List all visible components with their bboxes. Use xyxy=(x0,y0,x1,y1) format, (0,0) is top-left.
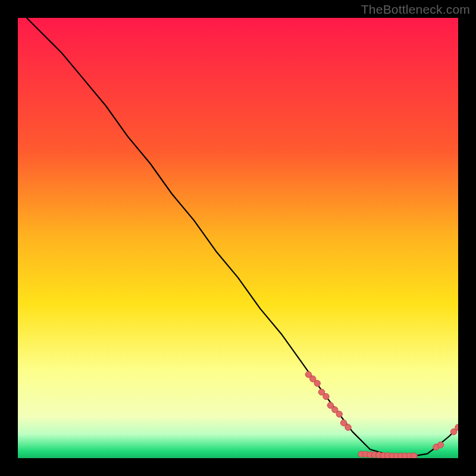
chart-frame: TheBottleneck.com xyxy=(0,0,476,476)
data-point xyxy=(345,424,351,430)
data-point xyxy=(411,453,417,458)
gradient-bg xyxy=(18,18,458,458)
chart-svg xyxy=(18,18,458,458)
watermark-label: TheBottleneck.com xyxy=(361,2,470,17)
data-point xyxy=(314,380,320,386)
data-point xyxy=(437,442,443,448)
data-point xyxy=(336,411,342,417)
data-point xyxy=(323,393,329,399)
plot-area xyxy=(18,18,458,458)
